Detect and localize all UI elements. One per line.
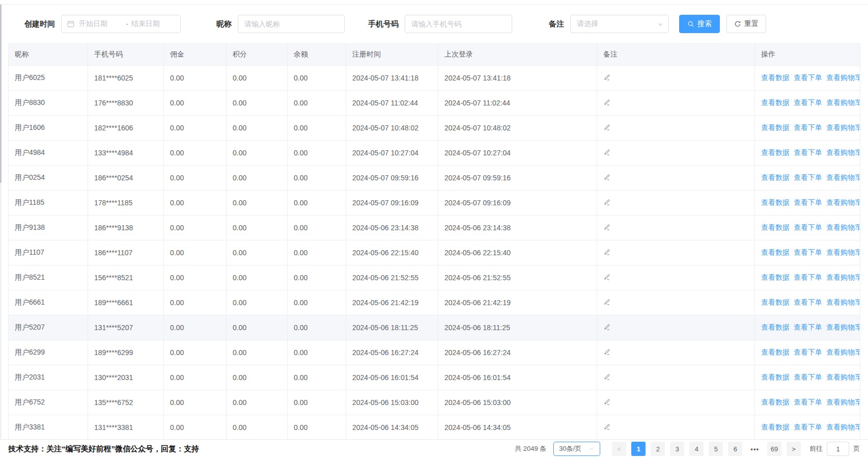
edit-remark-icon[interactable]	[603, 274, 610, 281]
filter-phone: 手机号码	[368, 15, 512, 33]
view-order-link[interactable]: 查看下单	[794, 323, 822, 331]
page-size-select[interactable]: 30条/页	[553, 442, 600, 456]
nickname-input[interactable]	[238, 15, 345, 33]
view-cart-link[interactable]: 查看购物车	[826, 173, 860, 181]
view-cart-link[interactable]: 查看购物车	[826, 98, 860, 106]
view-data-link[interactable]: 查看数据	[761, 223, 790, 231]
cell-phone: 189****6299	[88, 340, 164, 365]
view-data-link[interactable]: 查看数据	[761, 423, 790, 431]
edit-remark-icon[interactable]	[603, 398, 610, 406]
create-time-range-picker[interactable]: 开始日期 - 结束日期	[61, 15, 181, 33]
view-cart-link[interactable]: 查看购物车	[826, 323, 860, 331]
view-cart-link[interactable]: 查看购物车	[826, 423, 860, 431]
edit-remark-icon[interactable]	[603, 249, 610, 256]
view-data-link[interactable]: 查看数据	[761, 73, 790, 82]
view-order-link[interactable]: 查看下单	[794, 198, 822, 206]
view-order-link[interactable]: 查看下单	[794, 73, 822, 82]
edit-remark-icon[interactable]	[603, 224, 610, 231]
view-data-link[interactable]: 查看数据	[761, 323, 790, 331]
view-order-link[interactable]: 查看下单	[794, 223, 822, 231]
view-data-link[interactable]: 查看数据	[761, 348, 790, 356]
view-cart-link[interactable]: 查看购物车	[826, 148, 860, 156]
view-data-link[interactable]: 查看数据	[761, 273, 790, 281]
view-cart-link[interactable]: 查看购物车	[826, 373, 860, 381]
row-actions: 查看数据查看下单查看购物车	[755, 91, 860, 116]
left-scrollbar[interactable]	[0, 5, 2, 458]
view-cart-link[interactable]: 查看购物车	[826, 248, 860, 256]
view-cart-link[interactable]: 查看购物车	[826, 223, 860, 231]
cell-commission: 0.00	[164, 390, 227, 415]
search-button[interactable]: 搜索	[679, 15, 720, 33]
view-cart-link[interactable]: 查看购物车	[826, 398, 860, 406]
view-order-link[interactable]: 查看下单	[794, 148, 822, 156]
edit-remark-icon[interactable]	[603, 373, 610, 381]
page-button-69[interactable]: 69	[767, 442, 781, 456]
view-cart-link[interactable]: 查看购物车	[826, 298, 860, 306]
cell-remark	[597, 240, 755, 265]
view-cart-link[interactable]: 查看购物车	[826, 198, 860, 206]
cell-points: 0.00	[227, 390, 288, 415]
page-button-4[interactable]: 4	[689, 442, 704, 456]
filter-remark: 备注 请选择	[549, 15, 669, 33]
view-order-link[interactable]: 查看下单	[794, 273, 822, 281]
cell-register-time: 2024-05-06 23:14:38	[346, 215, 438, 240]
row-actions: 查看数据查看下单查看购物车	[755, 390, 860, 415]
pagination-ellipsis-button[interactable]: •••	[747, 442, 762, 456]
pagination-prev-button[interactable]: <	[612, 442, 626, 456]
edit-remark-icon[interactable]	[603, 199, 610, 206]
view-data-link[interactable]: 查看数据	[761, 123, 790, 131]
view-order-link[interactable]: 查看下单	[794, 423, 822, 431]
view-cart-link[interactable]: 查看购物车	[826, 348, 860, 356]
column-header-1: 昵称	[9, 44, 88, 66]
view-order-link[interactable]: 查看下单	[794, 123, 822, 131]
cell-points: 0.00	[227, 166, 288, 191]
page-button-6[interactable]: 6	[728, 442, 742, 456]
row-actions: 查看数据查看下单查看购物车	[755, 215, 860, 240]
start-date-placeholder[interactable]: 开始日期	[79, 19, 123, 29]
pagination: 共 2049 条 30条/页 <123456•••69> 前往 页	[515, 442, 860, 456]
view-data-link[interactable]: 查看数据	[761, 373, 790, 381]
view-cart-link[interactable]: 查看购物车	[826, 273, 860, 281]
pagination-next-button[interactable]: >	[787, 442, 801, 456]
page-button-2[interactable]: 2	[651, 442, 665, 456]
phone-input[interactable]	[405, 15, 512, 33]
page-button-3[interactable]: 3	[670, 442, 684, 456]
cell-phone: 131****3381	[88, 415, 164, 440]
view-data-link[interactable]: 查看数据	[761, 148, 790, 156]
cell-commission: 0.00	[164, 166, 227, 191]
edit-remark-icon[interactable]	[603, 423, 610, 430]
page-button-1[interactable]: 1	[631, 442, 646, 456]
view-data-link[interactable]: 查看数据	[761, 248, 790, 256]
cell-points: 0.00	[227, 215, 288, 240]
edit-remark-icon[interactable]	[603, 174, 610, 181]
view-data-link[interactable]: 查看数据	[761, 398, 790, 406]
edit-remark-icon[interactable]	[603, 149, 610, 156]
edit-remark-icon[interactable]	[603, 299, 610, 306]
view-order-link[interactable]: 查看下单	[794, 348, 822, 356]
view-data-link[interactable]: 查看数据	[761, 298, 790, 306]
view-cart-link[interactable]: 查看购物车	[826, 73, 860, 82]
view-order-link[interactable]: 查看下单	[794, 173, 822, 181]
edit-remark-icon[interactable]	[603, 74, 610, 81]
remark-select[interactable]: 请选择	[570, 15, 669, 33]
view-order-link[interactable]: 查看下单	[794, 98, 822, 106]
view-cart-link[interactable]: 查看购物车	[826, 123, 860, 131]
view-order-link[interactable]: 查看下单	[794, 398, 822, 406]
view-order-link[interactable]: 查看下单	[794, 248, 822, 256]
filter-nickname: 昵称	[216, 15, 345, 33]
end-date-placeholder[interactable]: 结束日期	[131, 19, 175, 29]
view-data-link[interactable]: 查看数据	[761, 98, 790, 106]
view-order-link[interactable]: 查看下单	[794, 373, 822, 381]
table-row: 用户6661 189****6661 0.00 0.00 0.00 2024-0…	[9, 290, 860, 315]
reset-button[interactable]: 重置	[726, 15, 766, 33]
page-button-5[interactable]: 5	[709, 442, 723, 456]
edit-remark-icon[interactable]	[603, 324, 610, 331]
goto-page-input[interactable]	[827, 442, 849, 456]
view-order-link[interactable]: 查看下单	[794, 298, 822, 306]
view-data-link[interactable]: 查看数据	[761, 198, 790, 206]
view-data-link[interactable]: 查看数据	[761, 173, 790, 181]
edit-remark-icon[interactable]	[603, 348, 610, 356]
edit-remark-icon[interactable]	[603, 124, 610, 131]
edit-remark-icon[interactable]	[603, 99, 610, 106]
cell-balance: 0.00	[288, 166, 346, 191]
